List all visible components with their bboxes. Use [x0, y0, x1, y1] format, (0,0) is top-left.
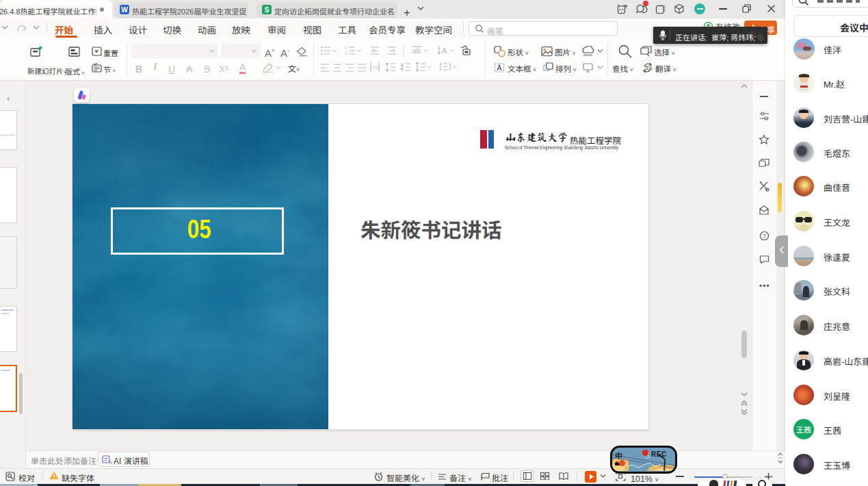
- svg-text:A: A: [442, 45, 447, 55]
- svg-text:<>: <>: [372, 63, 379, 71]
- svg-text:文A: 文A: [644, 64, 653, 71]
- svg-text:2: 2: [345, 50, 347, 56]
- svg-text:?: ?: [763, 231, 766, 240]
